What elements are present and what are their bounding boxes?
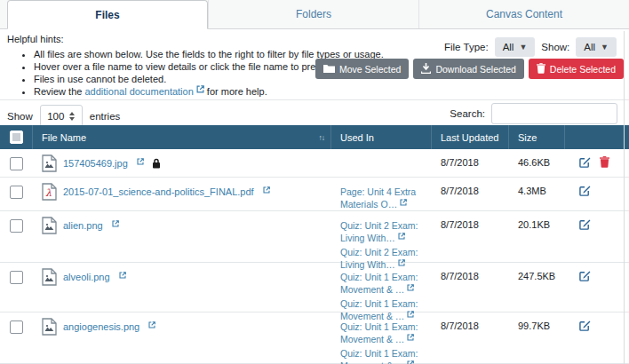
search-label: Search: bbox=[450, 108, 485, 119]
trash-icon bbox=[537, 63, 545, 75]
last-updated-cell: 8/7/2018 bbox=[432, 178, 509, 196]
external-link-icon bbox=[407, 281, 414, 294]
file-name-link[interactable]: 157405469.jpg bbox=[63, 158, 128, 169]
file-name-link[interactable]: angiogenesis.png bbox=[63, 321, 139, 332]
chevron-down-icon: ▼ bbox=[601, 43, 609, 51]
file-name-link[interactable]: 2015-07-01_science-and-politics_FINAL.pd… bbox=[63, 186, 254, 197]
image-file-icon bbox=[42, 217, 57, 234]
divider bbox=[0, 99, 629, 100]
external-link-icon bbox=[407, 308, 414, 320]
download-icon bbox=[421, 63, 431, 75]
edit-file-icon[interactable] bbox=[579, 156, 591, 168]
tab-files[interactable]: Files bbox=[7, 0, 208, 29]
row-checkbox[interactable] bbox=[10, 320, 23, 334]
external-link-icon bbox=[400, 196, 407, 209]
size-cell: 4.3MB bbox=[509, 178, 565, 196]
pdf-file-icon: λ bbox=[42, 183, 57, 201]
external-link-icon bbox=[263, 185, 270, 195]
external-link-icon bbox=[119, 270, 126, 281]
row-checkbox[interactable] bbox=[10, 219, 23, 233]
image-file-icon bbox=[42, 154, 57, 172]
file-manager-panel: Files Folders Canvas Content Helpful hin… bbox=[0, 0, 629, 364]
spinner-icon bbox=[69, 112, 75, 121]
row-checkbox[interactable] bbox=[10, 271, 23, 284]
hint-item: Review the additional documentation for … bbox=[34, 86, 389, 99]
delete-selected-button[interactable]: Delete Selected bbox=[529, 59, 624, 79]
entries-count-select[interactable]: 100 bbox=[40, 105, 83, 127]
chevron-down-icon: ▼ bbox=[519, 43, 527, 51]
last-updated-cell: 8/7/2018 bbox=[432, 313, 509, 331]
tab-bar: Files Folders Canvas Content bbox=[0, 0, 629, 29]
column-header-used-in[interactable]: Used In bbox=[331, 125, 432, 149]
row-checkbox[interactable] bbox=[10, 157, 23, 170]
select-all-checkbox[interactable] bbox=[10, 131, 23, 144]
entries-control: Show 100 entries bbox=[7, 105, 120, 127]
used-in-link[interactable]: Quiz: Unit 2 Exam: Living With… bbox=[340, 220, 418, 243]
search-control: Search: bbox=[450, 103, 617, 124]
hints-title: Helpful hints: bbox=[7, 34, 389, 46]
image-file-icon bbox=[42, 268, 57, 286]
svg-text:λ: λ bbox=[45, 187, 52, 199]
show-dropdown[interactable]: All ▼ bbox=[576, 37, 617, 57]
column-header-last-updated[interactable]: Last Updated bbox=[432, 125, 509, 149]
table-row: 157405469.jpg8/7/201846.6KB bbox=[0, 149, 629, 178]
column-header-file-name[interactable]: File Name ↑↓ bbox=[33, 125, 331, 149]
size-cell: 99.7KB bbox=[509, 313, 565, 331]
table-row: alien.pngQuiz: Unit 2 Exam: Living With…… bbox=[0, 211, 629, 263]
move-selected-button[interactable]: Move Selected bbox=[315, 59, 409, 79]
show-entries-label: Show bbox=[7, 111, 33, 122]
sort-icon[interactable]: ↑↓ bbox=[319, 133, 325, 142]
additional-documentation-link[interactable]: additional documentation bbox=[84, 86, 193, 97]
external-link-icon bbox=[148, 320, 155, 330]
column-header-size[interactable]: Size bbox=[509, 125, 565, 149]
entries-suffix-label: entries bbox=[90, 111, 121, 122]
image-file-icon bbox=[42, 318, 57, 336]
filter-controls: File Type: All ▼ Show: All ▼ bbox=[444, 37, 617, 57]
last-updated-cell: 8/7/2018 bbox=[432, 211, 509, 230]
search-input[interactable] bbox=[491, 103, 617, 124]
external-link-icon bbox=[137, 156, 144, 167]
tab-canvas-content[interactable]: Canvas Content bbox=[418, 0, 629, 28]
size-cell: 247.5KB bbox=[509, 263, 565, 281]
external-link-icon bbox=[398, 230, 405, 242]
edit-file-icon[interactable] bbox=[579, 185, 591, 196]
lock-icon bbox=[152, 158, 161, 169]
column-header-actions bbox=[565, 125, 629, 149]
delete-file-icon[interactable] bbox=[600, 156, 609, 168]
size-cell: 20.1KB bbox=[509, 211, 565, 230]
show-filter-label: Show: bbox=[541, 42, 569, 52]
external-link-icon bbox=[407, 331, 414, 344]
size-cell: 46.6KB bbox=[509, 149, 565, 168]
download-selected-button[interactable]: Download Selected bbox=[413, 59, 523, 79]
folder-icon bbox=[323, 64, 335, 75]
last-updated-cell: 8/7/2018 bbox=[432, 263, 509, 281]
table-header: File Name ↑↓ Used In Last Updated Size bbox=[0, 125, 629, 149]
tab-folders[interactable]: Folders bbox=[208, 0, 418, 28]
row-checkbox[interactable] bbox=[10, 186, 23, 199]
external-link-icon bbox=[407, 358, 414, 364]
scrollbar-track bbox=[624, 31, 625, 364]
edit-file-icon[interactable] bbox=[579, 270, 591, 281]
files-table: File Name ↑↓ Used In Last Updated Size 1… bbox=[0, 125, 629, 364]
edit-file-icon[interactable] bbox=[579, 218, 591, 230]
file-type-dropdown[interactable]: All ▼ bbox=[495, 37, 536, 57]
edit-file-icon[interactable] bbox=[579, 320, 591, 331]
file-name-link[interactable]: alien.png bbox=[63, 220, 103, 231]
last-updated-cell: 8/7/2018 bbox=[432, 149, 509, 168]
table-row: angiogenesis.pngQuiz: Unit 1 Exam: Movem… bbox=[0, 313, 629, 364]
external-link-icon bbox=[196, 84, 204, 97]
table-body: 157405469.jpg8/7/201846.6KBλ2015-07-01_s… bbox=[0, 149, 629, 364]
table-row: alveoli.pngQuiz: Unit 1 Exam: Movement &… bbox=[0, 263, 629, 313]
file-name-link[interactable]: alveoli.png bbox=[63, 272, 110, 282]
table-row: λ2015-07-01_science-and-politics_FINAL.p… bbox=[0, 178, 629, 211]
file-type-label: File Type: bbox=[444, 42, 489, 52]
external-link-icon bbox=[112, 218, 119, 229]
external-link-icon bbox=[398, 257, 405, 269]
bulk-actions: Move Selected Download Selected Delete S… bbox=[315, 59, 624, 79]
